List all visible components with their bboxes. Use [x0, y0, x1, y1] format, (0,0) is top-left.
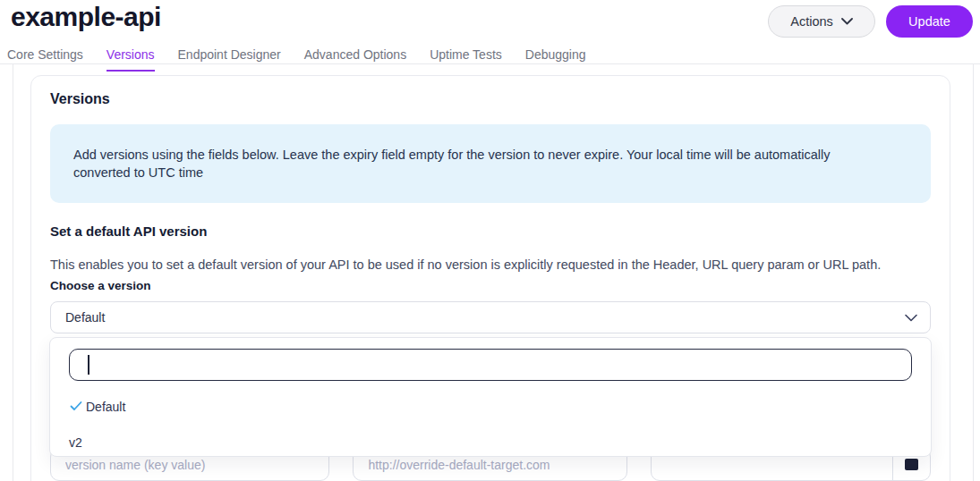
version-dropdown-panel: Default v2	[49, 337, 932, 457]
version-search-input[interactable]	[69, 349, 912, 381]
version-select[interactable]: Default	[50, 301, 931, 333]
tab-bar: Core Settings Versions Endpoint Designer…	[0, 47, 980, 64]
check-icon	[69, 399, 83, 413]
default-version-heading: Set a default API version	[50, 224, 931, 239]
info-banner: Add versions using the fields below. Lea…	[50, 124, 931, 203]
versions-card: Versions Add versions using the fields b…	[30, 75, 950, 481]
page-header: example-api Actions Update	[0, 0, 980, 47]
api-title: example-api	[11, 2, 161, 32]
text-caret	[88, 355, 89, 375]
content-area: Versions Add versions using the fields b…	[13, 64, 974, 481]
choose-version-label: Choose a version	[50, 279, 931, 292]
option-label: Default	[86, 399, 125, 414]
option-label: v2	[69, 435, 82, 450]
update-button-label: Update	[908, 14, 950, 29]
option-v2[interactable]: v2	[69, 424, 912, 460]
update-button[interactable]: Update	[886, 5, 973, 38]
actions-button-label: Actions	[790, 14, 833, 29]
default-version-description: This enables you to set a default versio…	[50, 256, 931, 274]
option-default[interactable]: Default	[69, 388, 912, 424]
info-banner-text: Add versions using the fields below. Lea…	[73, 146, 883, 181]
version-select-value: Default	[65, 310, 105, 325]
chevron-down-icon	[841, 18, 853, 25]
calendar-icon	[905, 459, 918, 470]
actions-button[interactable]: Actions	[768, 5, 875, 38]
chevron-down-icon	[905, 314, 917, 322]
version-option-list: Default v2	[69, 388, 912, 460]
card-title: Versions	[50, 91, 931, 107]
